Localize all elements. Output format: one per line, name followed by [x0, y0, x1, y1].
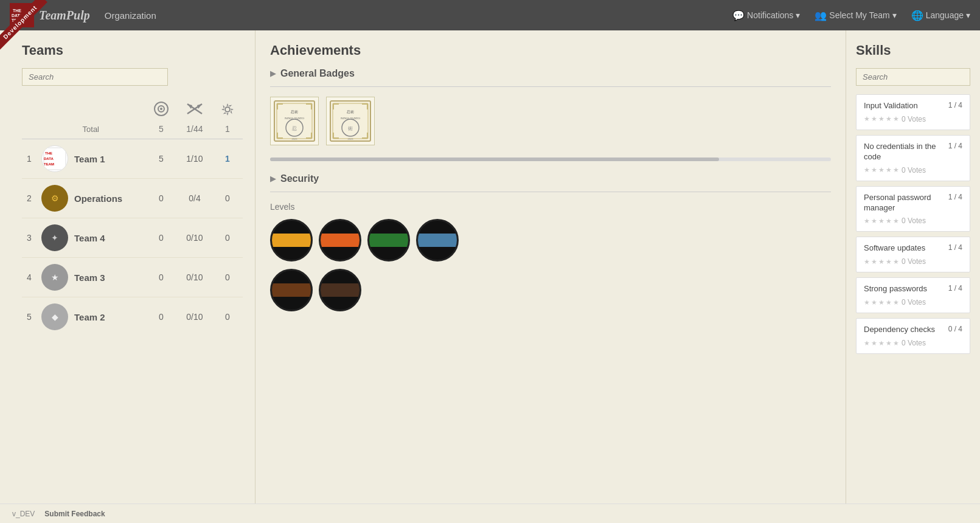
select-team-nav[interactable]: 👥 Select My Team ▾	[815, 10, 896, 21]
star-icon: ★	[886, 166, 892, 174]
team-name: Team 1	[74, 154, 105, 164]
general-badges-chevron: ▶	[270, 69, 276, 78]
skills-search-input[interactable]	[856, 68, 970, 86]
svg-rect-47	[333, 133, 334, 139]
app-title: TeamPulp	[39, 9, 90, 23]
blue-belt	[416, 219, 459, 262]
scroll-thumb[interactable]	[270, 158, 719, 161]
team-avatar: ⚙	[41, 185, 68, 212]
ninja-badge-1-svg: 忍術 NINJA TANTO 忍 2023	[273, 100, 316, 142]
star-icon: ★	[871, 217, 877, 225]
votes-label: 0 Votes	[902, 339, 926, 347]
rank-cell: 1	[22, 139, 36, 179]
globe-icon: 🌐	[911, 10, 923, 21]
team-score-2: 1/10	[177, 139, 212, 179]
svg-rect-25	[274, 101, 315, 141]
svg-text:術: 術	[348, 126, 353, 131]
skill-score: 1 / 4	[948, 101, 962, 109]
svg-rect-34	[311, 133, 312, 139]
skill-header: No credentials in the code 1 / 4	[864, 142, 962, 162]
skill-name: Personal password manager	[864, 193, 944, 213]
skill-score: 1 / 4	[948, 243, 962, 252]
star-icon: ★	[886, 258, 892, 266]
notifications-icon: 💬	[732, 10, 745, 21]
svg-text:THE: THE	[45, 151, 52, 155]
teams-rank-header	[22, 98, 36, 122]
green-belt	[367, 219, 410, 262]
star-icon: ★	[893, 339, 899, 347]
stars: ★★★★★	[864, 299, 899, 307]
table-row[interactable]: 1 THEDATATEAM Team 1 5 1/10 1	[22, 139, 243, 179]
navbar: Development THE DATA TEAM TeamPulp Organ…	[0, 0, 980, 30]
svg-text:⚙: ⚙	[51, 194, 59, 203]
flags-icon	[185, 100, 204, 117]
language-nav[interactable]: 🌐 Language ▾	[911, 10, 970, 21]
team-score-2: 0/10	[177, 258, 212, 297]
svg-text:DATA: DATA	[44, 157, 54, 161]
general-badges-label: General Badges	[280, 68, 355, 79]
yellow-belt	[270, 219, 313, 262]
logo-svg: THE DATA TEAM	[10, 4, 33, 27]
svg-text:忍術: 忍術	[290, 110, 298, 114]
votes-label: 0 Votes	[902, 216, 926, 225]
team-icon: 👥	[815, 10, 827, 21]
svg-text:2023: 2023	[292, 137, 298, 140]
star-icon: ★	[871, 166, 877, 174]
star-icon: ★	[864, 166, 870, 174]
badge-grid: 忍術 NINJA TANTO 忍 2023	[270, 97, 831, 145]
rank-cell: 4	[22, 258, 36, 297]
team-score-1: 0	[145, 258, 178, 297]
navbar-brand[interactable]: THE DATA TEAM TeamPulp	[10, 3, 90, 27]
levels-section: Levels	[270, 202, 831, 311]
team-name: Team 2	[74, 312, 105, 322]
skill-card[interactable]: No credentials in the code 1 / 4 ★★★★★ 0…	[856, 135, 970, 181]
general-badges-header[interactable]: ▶ General Badges	[270, 68, 831, 79]
stars: ★★★★★	[864, 339, 899, 347]
svg-marker-10	[197, 104, 202, 109]
star-icon: ★	[864, 115, 870, 123]
team-score-1: 0	[145, 179, 178, 218]
notifications-label: Notifications	[747, 10, 793, 20]
team-score-1: 0	[145, 297, 178, 337]
teams-total-row: Total 5 1/44 1	[22, 122, 243, 136]
star-icon: ★	[886, 217, 892, 225]
app-logo: THE DATA TEAM	[10, 3, 34, 27]
table-row[interactable]: 5 ◆ Team 2 0 0/10 0	[22, 297, 243, 337]
skill-header: Personal password manager 1 / 4	[864, 193, 962, 213]
star-icon: ★	[878, 339, 884, 347]
table-row[interactable]: 4 ★ Team 3 0 0/10 0	[22, 258, 243, 297]
team-score-3: 0	[212, 179, 243, 218]
svg-text:◆: ◆	[52, 313, 58, 322]
star-icon: ★	[871, 258, 877, 266]
table-row[interactable]: 2 ⚙ Operations 0 0/4 0	[22, 179, 243, 218]
table-row[interactable]: 3 ✦ Team 4 0 0/10 0	[22, 218, 243, 258]
team-avatar: ◆	[41, 303, 68, 330]
rank-cell: 5	[22, 297, 36, 337]
skill-card[interactable]: Strong passwords 1 / 4 ★★★★★ 0 Votes	[856, 277, 970, 313]
submit-feedback-link[interactable]: Submit Feedback	[44, 510, 105, 518]
svg-text:TEAM: TEAM	[44, 162, 54, 166]
skill-card[interactable]: Software updates 1 / 4 ★★★★★ 0 Votes	[856, 237, 970, 272]
team-score-1: 0	[145, 218, 178, 258]
notifications-nav[interactable]: 💬 Notifications ▾	[732, 10, 800, 21]
teams-title: Teams	[22, 43, 243, 58]
star-icon: ★	[886, 299, 892, 307]
security-header[interactable]: ▶ Security	[270, 173, 831, 184]
record-icon	[153, 100, 170, 117]
skills-title: Skills	[856, 43, 970, 58]
team-score-2: 0/4	[177, 179, 212, 218]
team-score-3: 0	[212, 297, 243, 337]
skill-card[interactable]: Input Validation 1 / 4 ★★★★★ 0 Votes	[856, 94, 970, 130]
badge-1: 忍術 NINJA TANTO 忍 2023	[270, 97, 319, 145]
svg-rect-32	[277, 133, 278, 139]
skill-card[interactable]: Personal password manager 1 / 4 ★★★★★ 0 …	[856, 186, 970, 232]
star-icon: ★	[878, 166, 884, 174]
star-icon: ★	[886, 115, 892, 123]
skill-card[interactable]: Dependency checks 0 / 4 ★★★★★ 0 Votes	[856, 318, 970, 354]
skills-list: Input Validation 1 / 4 ★★★★★ 0 Votes No …	[856, 94, 970, 354]
svg-text:TEAM: TEAM	[12, 18, 24, 23]
teams-search-input[interactable]	[22, 68, 168, 86]
select-team-label: Select My Team	[829, 10, 889, 20]
star-icon: ★	[871, 299, 877, 307]
rank-cell: 3	[22, 218, 36, 258]
